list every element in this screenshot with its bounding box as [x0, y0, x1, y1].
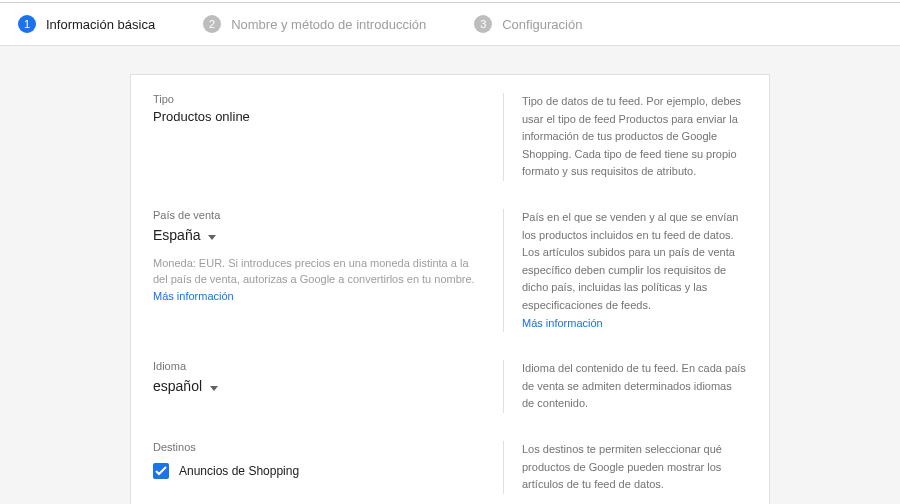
country-help-link[interactable]: Más información — [522, 317, 603, 329]
language-help: Idioma del contenido de tu feed. En cada… — [503, 360, 747, 413]
row-country: País de venta España Moneda: EUR. Si int… — [131, 209, 769, 332]
destinations-label: Destinos — [153, 441, 485, 453]
country-hint: Moneda: EUR. Si introduces precios en un… — [153, 255, 485, 305]
step-label-1: Información básica — [46, 17, 155, 32]
stepper: 1 Información básica 2 Nombre y método d… — [0, 3, 900, 46]
country-hint-link[interactable]: Más información — [153, 290, 234, 302]
chevron-down-icon — [208, 227, 216, 243]
language-left: Idioma español — [153, 360, 503, 413]
type-left: Tipo Productos online — [153, 93, 503, 181]
country-value: España — [153, 227, 200, 243]
page-content: Tipo Productos online Tipo de datos de t… — [0, 46, 900, 504]
step-num-2: 2 — [203, 15, 221, 33]
step-label-3: Configuración — [502, 17, 582, 32]
country-hint-text: Moneda: EUR. Si introduces precios en un… — [153, 257, 475, 286]
country-label: País de venta — [153, 209, 485, 221]
language-dropdown[interactable]: español — [153, 376, 218, 396]
step-1[interactable]: 1 Información básica — [18, 15, 155, 33]
country-help: País en el que se venden y al que se env… — [503, 209, 747, 332]
language-label: Idioma — [153, 360, 485, 372]
check-icon — [155, 466, 167, 476]
form-card: Tipo Productos online Tipo de datos de t… — [130, 74, 770, 504]
country-left: País de venta España Moneda: EUR. Si int… — [153, 209, 503, 332]
step-label-2: Nombre y método de introducción — [231, 17, 426, 32]
destinations-help: Los destinos te permiten seleccionar qué… — [503, 441, 747, 494]
checkbox-shopping-ads[interactable] — [153, 463, 169, 479]
destinations-left: Destinos Anuncios de Shopping — [153, 441, 503, 494]
country-dropdown[interactable]: España — [153, 225, 216, 245]
chevron-down-icon — [210, 378, 218, 394]
destination-option[interactable]: Anuncios de Shopping — [153, 463, 485, 479]
step-num-3: 3 — [474, 15, 492, 33]
type-value: Productos online — [153, 109, 485, 124]
row-type: Tipo Productos online Tipo de datos de t… — [131, 93, 769, 181]
row-language: Idioma español Idioma del contenido de t… — [131, 360, 769, 413]
type-label: Tipo — [153, 93, 485, 105]
row-destinations: Destinos Anuncios de Shopping Los destin… — [131, 441, 769, 494]
country-help-text: País en el que se venden y al que se env… — [522, 211, 739, 311]
destination-option-label: Anuncios de Shopping — [179, 464, 299, 478]
step-num-1: 1 — [18, 15, 36, 33]
type-help: Tipo de datos de tu feed. Por ejemplo, d… — [503, 93, 747, 181]
language-value: español — [153, 378, 202, 394]
step-2[interactable]: 2 Nombre y método de introducción — [203, 15, 426, 33]
step-3[interactable]: 3 Configuración — [474, 15, 582, 33]
